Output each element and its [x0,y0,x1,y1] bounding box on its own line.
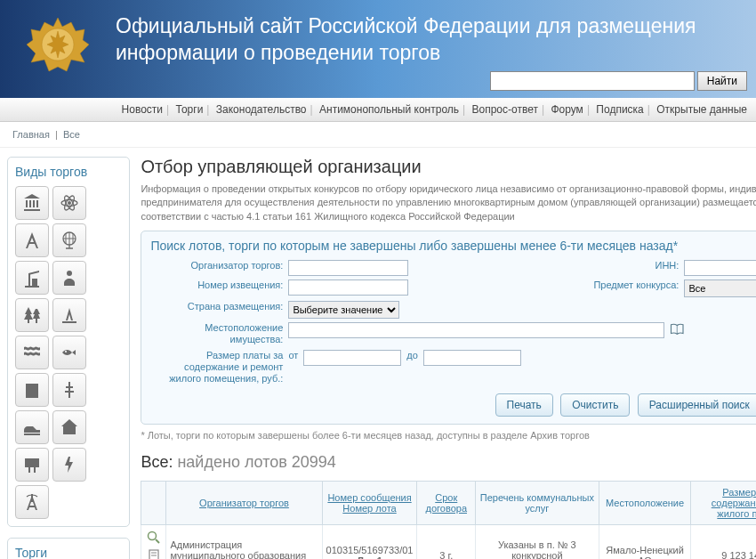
col-services: Перечень коммунальных услуг [476,482,599,525]
input-inn[interactable] [684,260,756,276]
svg-point-6 [67,271,72,276]
label-subject: Предмет конкурса: [408,280,684,297]
nav-forum[interactable]: Форум [551,103,583,116]
label-organizer: Организатор торгов: [150,260,288,276]
type-icon-atom[interactable] [52,186,86,220]
svg-point-1 [68,201,71,205]
input-location[interactable] [288,322,664,338]
cell-organizer: Администрация муниципального образования… [166,525,322,559]
site-header: Официальный сайт Российской Федерации дл… [0,0,756,98]
input-price-from[interactable] [303,350,401,366]
col-msg[interactable]: Номер сообщения [327,492,411,503]
input-organizer[interactable] [288,260,408,276]
header-search: Найти [490,71,747,91]
table-row: Администрация муниципального образования… [141,525,756,559]
type-icon-forest[interactable] [15,298,49,332]
input-notice[interactable] [288,280,408,296]
sidebar: Виды торгов Торг [0,148,137,559]
col-lot[interactable]: Номер лота [342,503,396,514]
type-icon-snowmobile[interactable] [15,410,49,444]
breadcrumb-home[interactable]: Главная [12,129,50,140]
nav-subscribe[interactable]: Подписка [596,103,643,116]
sidebox-types: Виды торгов [7,157,130,527]
type-icon-billboard[interactable] [15,448,49,482]
select-country[interactable]: Выберите значение [288,301,399,319]
svg-point-7 [65,351,67,352]
page-intro: Информация о проведении открытых конкурс… [141,182,756,223]
top-nav: Новости| Торги| Законодательство| Антимо… [0,98,756,122]
nav-qa[interactable]: Вопрос-ответ [472,103,538,116]
type-icon-survey[interactable] [15,223,49,257]
emblem-icon [9,4,107,93]
type-icon-valve[interactable] [52,373,86,407]
breadcrumb-all[interactable]: Все [63,129,80,140]
type-icon-tower[interactable] [15,485,49,519]
type-icon-building[interactable] [15,186,49,220]
page-title: Отбор управляющей организации [141,157,756,177]
label-location: Местоположение имущества: [150,322,288,345]
print-button[interactable]: Печать [495,393,553,417]
nav-opendata[interactable]: Открытые данные [656,103,747,116]
col-price[interactable]: Размер платы за содержание и ремонт жило… [712,487,756,519]
advanced-button[interactable]: Расширенный поиск [638,393,756,417]
label-to: до [401,350,423,385]
col-term[interactable]: Срок договора [426,492,468,514]
results-title: Все: найдено лотов 20994 [141,453,756,472]
nav-torgi[interactable]: Торги [176,103,204,116]
site-title: Официальный сайт Российской Федерации дл… [116,9,696,67]
cell-term: 3 г. [417,525,476,559]
search-panel-title: Поиск лотов, торги по которым не заверше… [150,239,756,253]
label-price: Размер платы за содержание и ремонт жило… [150,350,288,385]
type-icon-water[interactable] [15,336,49,369]
sidebox-types-title: Виды торгов [15,165,122,179]
label-inn: ИНН: [408,260,684,276]
input-price-to[interactable] [423,350,521,366]
nav-control[interactable]: Антимонопольный контроль [319,103,459,116]
header-search-input[interactable] [490,71,695,91]
type-icon-house[interactable] [52,410,86,444]
book-icon[interactable] [670,322,686,336]
svg-rect-11 [149,550,158,559]
col-location: Местоположение [599,482,691,525]
header-search-button[interactable]: Найти [697,71,747,91]
results-table: Организатор торгов Номер сообщенияНомер … [141,481,756,559]
type-icon-crane[interactable] [15,261,49,295]
cell-price: 9 123 149,34 руб. [691,525,756,559]
svg-point-9 [148,532,156,540]
sidebox-torgi: Торги ВсеВ процессе подачи заявокВ проце… [7,538,130,559]
col-organizer[interactable]: Организатор торгов [199,498,289,508]
nav-news[interactable]: Новости [122,103,163,116]
main-content: Отбор управляющей организации Информация… [137,148,756,559]
select-subject[interactable]: Все [684,280,756,297]
type-icon-oil[interactable] [52,298,86,332]
cell-location: Ямало-Ненецкий АО [599,525,691,559]
type-icon-fish[interactable] [52,336,86,369]
label-from: от [288,350,303,385]
doc-icon[interactable] [147,548,161,559]
magnify-icon[interactable] [147,531,161,545]
type-icon-globe[interactable] [52,223,86,257]
label-country: Страна размещения: [150,301,288,319]
type-icon-apartment[interactable] [15,373,49,407]
cell-msg: 010315/5169733/01Лот 1 [322,525,417,559]
svg-line-10 [156,539,159,543]
cell-services: Указаны в п. № 3 конкурсной документации… [476,525,599,559]
breadcrumb: Главная | Все [0,122,756,148]
sidebox-torgi-title: Торги [15,546,122,559]
nav-law[interactable]: Законодательство [216,103,307,116]
type-icon-power[interactable] [52,448,86,482]
search-panel: Поиск лотов, торги по которым не заверше… [141,231,756,425]
search-footnote: * Лоты, торги по которым завершены более… [141,430,756,441]
label-notice: Номер извещения: [150,280,288,297]
clear-button[interactable]: Очистить [560,393,630,417]
type-icon-person[interactable] [52,261,86,295]
